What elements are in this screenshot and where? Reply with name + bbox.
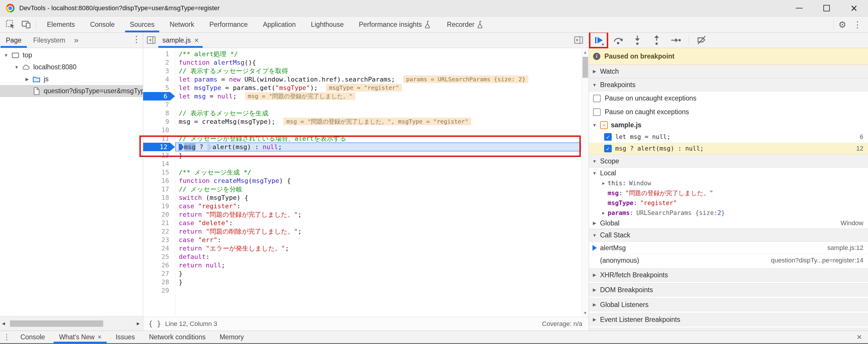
code-line-20[interactable]: 20 return "問題の登録が完了しました。";: [143, 210, 589, 219]
code-line-7[interactable]: 7: [143, 101, 589, 109]
line-number[interactable]: 5: [143, 83, 175, 92]
code-line-24[interactable]: 24 return "エラーが発生しました。";: [143, 244, 589, 252]
code-line-12[interactable]: 12 msg ? alert(msg) : null;: [143, 143, 589, 151]
code-line-9[interactable]: 9 msg = createMsg(msgType);msg = "問題の登録が…: [143, 117, 589, 126]
minimize-button[interactable]: [793, 2, 805, 14]
line-number[interactable]: 2: [143, 58, 175, 67]
device-toolbar-icon[interactable]: [21, 19, 32, 30]
checkbox[interactable]: [593, 95, 601, 102]
tab-sources[interactable]: Sources: [122, 16, 162, 32]
gear-icon[interactable]: ⚙: [836, 18, 849, 31]
tree-item-js[interactable]: ▶js: [0, 73, 143, 85]
section-xhr-fetch-breakpoints[interactable]: ▶XHR/fetch Breakpoints: [589, 268, 868, 282]
breakpoint-file-group[interactable]: ▼ ‹› sample.js: [589, 119, 868, 131]
line-number[interactable]: 7: [143, 101, 175, 109]
call-stack-frame-anonymous[interactable]: (anonymous)question?dispTy...pe=register…: [589, 254, 868, 267]
checkbox[interactable]: ✓: [604, 145, 612, 152]
section-breakpoints[interactable]: ▼ Breakpoints: [589, 78, 868, 92]
scope-global[interactable]: ▶ Global Window: [589, 218, 868, 228]
scroll-left-icon[interactable]: ◀: [0, 321, 7, 325]
show-right-sidebar-icon[interactable]: [573, 34, 585, 46]
step-out-icon[interactable]: [650, 34, 663, 46]
scope-local[interactable]: ▼ Local: [589, 168, 868, 178]
line-number[interactable]: 10: [143, 126, 175, 134]
editor-tab-sample-js[interactable]: sample.js×: [157, 33, 204, 48]
inspect-icon[interactable]: [5, 19, 16, 30]
drawer-menu-icon[interactable]: ⋮: [0, 331, 13, 343]
more-tabs-icon[interactable]: »: [71, 33, 82, 48]
code-line-6[interactable]: 6 let msg = null;msg = "問題の登録が完了しました。": [143, 92, 589, 101]
tab-application[interactable]: Application: [255, 16, 304, 32]
line-number[interactable]: 24: [143, 244, 175, 252]
section-watch[interactable]: ▶ Watch: [589, 65, 868, 78]
tab-performance-insights[interactable]: Performance insights: [351, 16, 439, 32]
drawer-tab-memory[interactable]: Memory: [213, 331, 251, 343]
deactivate-breakpoints-icon[interactable]: [695, 34, 708, 46]
line-number[interactable]: 3: [143, 67, 175, 75]
step-into-icon[interactable]: [631, 34, 644, 46]
line-number[interactable]: 20: [143, 210, 175, 219]
section-event-listener-breakpoints[interactable]: ▶Event Listener Breakpoints: [589, 313, 868, 326]
chevron-right-icon[interactable]: ▶: [599, 210, 608, 215]
code-line-1[interactable]: 1/** alert処理 */: [143, 50, 589, 58]
chevron-down-icon[interactable]: ▼: [12, 65, 21, 70]
section-csp-violation-breakpoints[interactable]: ▶CSP Violation Breakpoints: [589, 328, 868, 331]
resume-icon[interactable]: [592, 34, 605, 46]
scrollbar-thumb[interactable]: [583, 57, 588, 78]
line-number[interactable]: 27: [143, 269, 175, 278]
scrollbar-thumb[interactable]: [10, 320, 103, 327]
scroll-right-icon[interactable]: ▶: [135, 321, 142, 325]
drawer-close-icon[interactable]: ×: [850, 331, 868, 343]
close-tab-icon[interactable]: ×: [194, 36, 198, 45]
tree-item-question-disptype-user-msgtype[interactable]: question?dispType=user&msgType=register: [0, 85, 143, 97]
scope-var-this[interactable]: ▶this:Window: [589, 178, 868, 188]
code-line-19[interactable]: 19 case "register":: [143, 202, 589, 210]
frame-location-link[interactable]: sample.js:12: [827, 244, 868, 252]
checkbox[interactable]: ✓: [604, 133, 612, 141]
code-line-14[interactable]: 14: [143, 160, 589, 168]
code-line-16[interactable]: 16function createMsg(msgType) {: [143, 176, 589, 185]
code-line-29[interactable]: 29: [143, 286, 589, 295]
close-button[interactable]: ×: [848, 2, 860, 14]
breakpoint-marker[interactable]: 12: [143, 143, 175, 151]
tab-performance[interactable]: Performance: [202, 16, 255, 32]
line-number[interactable]: 26: [143, 261, 175, 269]
editor-vertical-scrollbar[interactable]: ▲ ▼: [581, 48, 589, 317]
scope-var-msgtype[interactable]: msgType:"register": [589, 198, 868, 208]
line-number[interactable]: 18: [143, 194, 175, 202]
frame-location-link[interactable]: question?dispTy...pe=register:14: [771, 256, 868, 264]
step-icon[interactable]: [670, 34, 682, 46]
line-number[interactable]: 22: [143, 227, 175, 236]
tree-item-top[interactable]: ▼top: [0, 49, 143, 61]
code-line-23[interactable]: 23 case "err":: [143, 236, 589, 244]
drawer-tab-console[interactable]: Console: [13, 331, 52, 343]
code-line-17[interactable]: 17 // メッセージを分岐: [143, 185, 589, 194]
line-number[interactable]: 8: [143, 109, 175, 117]
step-over-icon[interactable]: [612, 34, 624, 46]
chevron-right-icon[interactable]: ▶: [23, 77, 31, 82]
code-line-28[interactable]: 28}: [143, 278, 589, 286]
section-dom-breakpoints[interactable]: ▶DOM Breakpoints: [589, 283, 868, 297]
checkbox-row-pause-on-uncaught-exceptions[interactable]: Pause on uncaught exceptions: [589, 92, 868, 105]
maximize-button[interactable]: [821, 2, 832, 14]
chevron-down-icon[interactable]: ▼: [2, 53, 10, 58]
line-number[interactable]: 25: [143, 252, 175, 261]
tab-page[interactable]: Page: [0, 33, 27, 48]
scope-var-msg[interactable]: msg:"問題の登録が完了しました。": [589, 188, 868, 198]
code-line-22[interactable]: 22 return "問題の削除が完了しました。";: [143, 227, 589, 236]
line-number[interactable]: 13: [143, 151, 175, 160]
line-number[interactable]: 9: [143, 117, 175, 126]
line-number[interactable]: 28: [143, 278, 175, 286]
sidebar-menu-icon[interactable]: ⋮: [130, 33, 143, 45]
tab-recorder[interactable]: Recorder: [439, 16, 492, 32]
line-number[interactable]: 4: [143, 75, 175, 83]
line-number[interactable]: 19: [143, 202, 175, 210]
line-number[interactable]: 11: [143, 134, 175, 143]
inline-breakpoint-marker[interactable]: [179, 144, 184, 150]
code-line-27[interactable]: 27 }: [143, 269, 589, 278]
checkbox[interactable]: [593, 108, 601, 116]
breakpoint-marker[interactable]: 6: [143, 92, 175, 101]
inline-breakpoint-marker[interactable]: [207, 144, 212, 150]
code-line-21[interactable]: 21 case "delete":: [143, 219, 589, 227]
line-number[interactable]: 23: [143, 236, 175, 244]
